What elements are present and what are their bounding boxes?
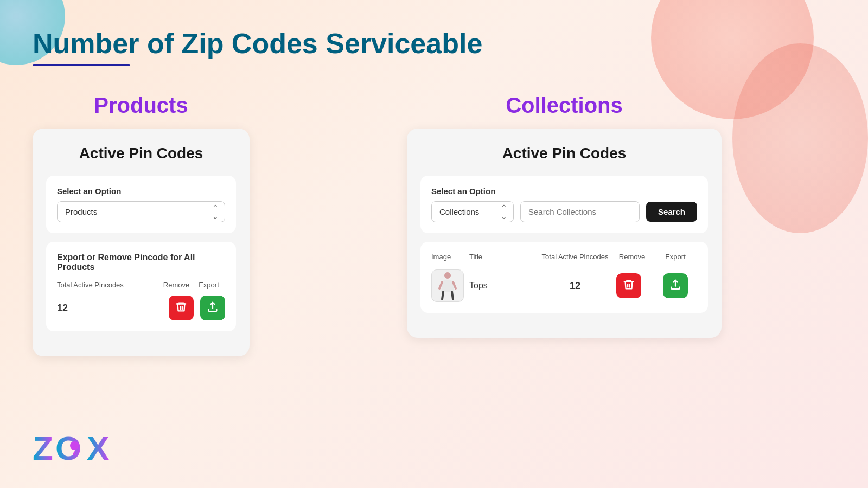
products-col-export-header: Export	[193, 281, 225, 289]
collections-card: Active Pin Codes Select an Option Produc…	[407, 129, 722, 338]
collections-select-inner-card: Select an Option Products Collections ⌃⌄…	[420, 176, 708, 233]
collections-table-header: Image Title Total Active Pincodes Remove…	[431, 253, 697, 261]
products-heading: Products	[94, 93, 188, 118]
collections-row-remove-cell	[610, 273, 654, 298]
tops-product-figure	[437, 271, 458, 301]
svg-text:Z: Z	[33, 429, 53, 466]
collections-search-input[interactable]	[520, 201, 640, 222]
svg-text:X: X	[87, 429, 109, 466]
svg-point-7	[70, 441, 79, 450]
collections-data-row: Tops 12	[431, 269, 697, 302]
collections-col-remove-header: Remove	[610, 253, 654, 261]
title-underline	[33, 64, 130, 66]
logo: Z O X	[33, 428, 119, 466]
products-export-label: Export or Remove Pincode for All Product…	[57, 253, 225, 272]
products-data-row: 12	[57, 296, 225, 320]
collections-col-title-header: Title	[469, 253, 540, 261]
collections-section: Collections Active Pin Codes Select an O…	[293, 93, 835, 356]
products-remove-button[interactable]	[169, 296, 194, 320]
collections-select-wrapper: Products Collections ⌃⌄	[431, 201, 514, 222]
products-total-value: 12	[57, 303, 169, 314]
products-col-remove-header: Remove	[160, 281, 193, 289]
svg-point-2	[444, 272, 451, 279]
products-table-header: Total Active Pincodes Remove Export	[57, 281, 225, 289]
collections-col-export-header: Export	[654, 253, 697, 261]
collections-row-export-cell	[654, 273, 697, 298]
collections-table-inner-card: Image Title Total Active Pincodes Remove…	[420, 242, 708, 313]
logo-svg: Z O X	[33, 428, 119, 466]
products-col-total-header: Total Active Pincodes	[57, 281, 160, 289]
collections-row-title: Tops	[469, 281, 540, 291]
products-select[interactable]: Products Collections	[57, 201, 225, 222]
collections-export-button[interactable]	[663, 273, 688, 298]
collections-col-total-header: Total Active Pincodes	[540, 253, 610, 261]
collections-export-icon	[669, 279, 681, 293]
products-card-title: Active Pin Codes	[46, 145, 236, 162]
products-select-inner-card: Select an Option Products Collections ⌃⌄	[46, 176, 236, 233]
collections-heading: Collections	[506, 93, 623, 118]
products-remove-icon	[175, 301, 187, 316]
collections-row-image	[431, 269, 464, 302]
collections-card-title: Active Pin Codes	[420, 145, 708, 162]
collections-remove-icon	[623, 279, 635, 293]
panels-row: Products Active Pin Codes Select an Opti…	[33, 93, 835, 356]
products-export-inner-card: Export or Remove Pincode for All Product…	[46, 242, 236, 331]
main-content: Number of Zip Codes Serviceable Products…	[0, 0, 868, 383]
page-title: Number of Zip Codes Serviceable	[33, 27, 835, 60]
products-select-wrapper: Products Collections ⌃⌄	[57, 201, 225, 222]
products-section: Products Active Pin Codes Select an Opti…	[33, 93, 250, 356]
collections-select-search-row: Products Collections ⌃⌄ Search	[431, 201, 697, 222]
collections-col-image-header: Image	[431, 253, 469, 261]
collections-search-button[interactable]: Search	[646, 202, 697, 222]
collections-select[interactable]: Products Collections	[431, 201, 514, 222]
products-select-label: Select an Option	[57, 187, 225, 196]
collections-select-label: Select an Option	[431, 187, 697, 196]
products-export-button[interactable]	[200, 296, 225, 320]
products-export-icon	[207, 301, 219, 316]
collections-row-total: 12	[540, 280, 610, 292]
collections-remove-button[interactable]	[616, 273, 641, 298]
products-card: Active Pin Codes Select an Option Produc…	[33, 129, 250, 356]
